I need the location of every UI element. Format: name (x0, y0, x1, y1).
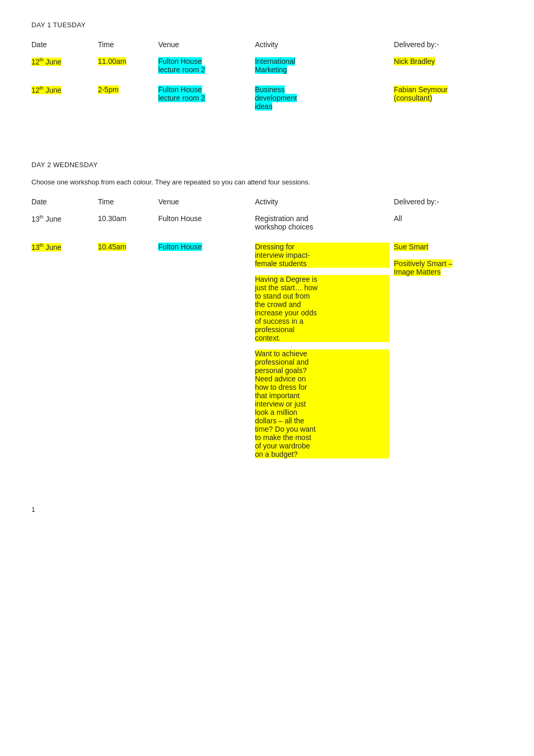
day1-row-1: 12th June 11.00am Fulton Houselecture ro… (31, 54, 503, 82)
day2-row2-venue-text: Fulton House (158, 243, 202, 251)
day2-row1-time: 10.30am (98, 211, 158, 239)
day1-row-2: 12th June 2-5pm Fulton Houselecture room… (31, 82, 503, 119)
header-time: Time (98, 38, 158, 54)
day2-row-2: 13th June 10.45am Fulton House Dressing … (31, 239, 503, 474)
day1-row1-date-text: 12th June (31, 58, 61, 66)
day1-row2-activity-text: Businessdevelopmentideas (255, 85, 297, 111)
day1-row2-delivered-consultant: (consultant) (394, 94, 432, 102)
day2-title: DAY 2 WEDNESDAY (31, 161, 503, 169)
day2-row2-time-text: 10.45am (98, 243, 126, 251)
day2-delivered-company-line2: Image Matters (394, 268, 440, 276)
day2-row2-venue: Fulton House (158, 239, 255, 474)
day1-row2-date-text: 12th June (31, 86, 61, 94)
day1-header-row: Date Time Venue Activity Delivered by:- (31, 38, 503, 54)
day2-delivered-company-line1: Positively Smart – (394, 259, 452, 268)
day2-header-row: Date Time Venue Activity Delivered by:- (31, 195, 503, 211)
day1-row2-delivered: Fabian Seymour (consultant) (394, 82, 503, 119)
day1-section: DAY 1 TUESDAY Date Time Venue Activity D… (31, 21, 503, 119)
day2-row2-activity: Dressing forinterview impact-female stud… (255, 239, 394, 474)
day2-row1-venue: Fulton House (158, 211, 255, 239)
day2-header-activity: Activity (255, 195, 394, 211)
day1-title: DAY 1 TUESDAY (31, 21, 503, 29)
day1-row1-delivered: Nick Bradley (394, 54, 503, 82)
day2-row2-time: 10.45am (98, 239, 158, 474)
day1-row1-venue: Fulton Houselecture room 2 (158, 54, 255, 82)
day2-header-delivered: Delivered by:- (394, 195, 503, 211)
day2-row1-date: 13th June (31, 211, 98, 239)
day1-row1-venue-text: Fulton Houselecture room 2 (158, 57, 205, 74)
day2-activity-2: Having a Degree isjust the start… howto … (255, 275, 390, 342)
day1-row1-date: 12th June (31, 54, 98, 82)
day1-row2-time-text: 2-5pm (98, 85, 119, 94)
day2-activity-1: Dressing forinterview impact-female stud… (255, 243, 390, 268)
page-number: 1 (31, 506, 503, 513)
day1-row2-venue: Fulton Houselecture room 2 (158, 82, 255, 119)
header-activity: Activity (255, 38, 394, 54)
day2-row-1: 13th June 10.30am Fulton House Registrat… (31, 211, 503, 239)
day1-row1-activity-text: InternationalMarketing (255, 57, 295, 74)
day1-row2-time: 2-5pm (98, 82, 158, 119)
day1-row1-time: 11.00am (98, 54, 158, 82)
day1-row2-activity: Businessdevelopmentideas (255, 82, 394, 119)
day2-intro: Choose one workshop from each colour. Th… (31, 178, 503, 186)
day2-delivered-name: Sue Smart (394, 243, 428, 251)
day2-row2-date-text: 13th June (31, 243, 61, 251)
day1-row2-venue-text: Fulton Houselecture room 2 (158, 85, 205, 102)
day1-row1-activity: InternationalMarketing (255, 54, 394, 82)
day2-row1-delivered: All (394, 211, 503, 239)
day1-row1-delivered-text: Nick Bradley (394, 57, 435, 65)
header-delivered: Delivered by:- (394, 38, 503, 54)
day2-section: DAY 2 WEDNESDAY Choose one workshop from… (31, 161, 503, 474)
header-venue: Venue (158, 38, 255, 54)
day2-header-time: Time (98, 195, 158, 211)
day1-row2-delivered-text: Fabian Seymour (394, 85, 448, 94)
day2-row2-date: 13th June (31, 239, 98, 474)
day2-header-venue: Venue (158, 195, 255, 211)
day1-table: Date Time Venue Activity Delivered by:- … (31, 38, 503, 119)
header-date: Date (31, 38, 98, 54)
day2-row2-delivered: Sue Smart Positively Smart – Image Matte… (394, 239, 503, 474)
day1-row1-time-text: 11.00am (98, 57, 126, 65)
day2-row1-activity: Registration andworkshop choices (255, 211, 394, 239)
day2-table: Date Time Venue Activity Delivered by:- … (31, 195, 503, 474)
day2-activity-3: Want to achieveprofessional andpersonal … (255, 349, 390, 458)
day2-header-date: Date (31, 195, 98, 211)
day1-row2-date: 12th June (31, 82, 98, 119)
